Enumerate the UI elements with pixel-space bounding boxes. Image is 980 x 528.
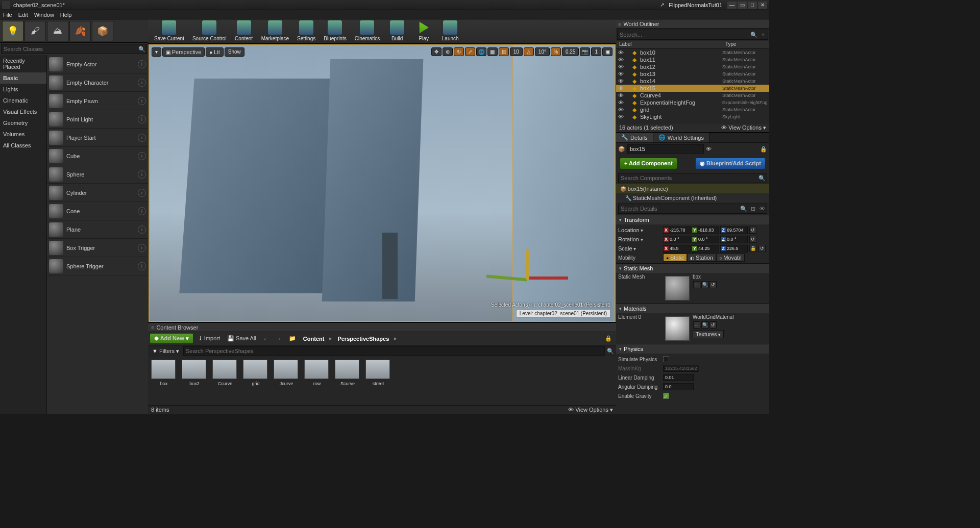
search-components-input[interactable] (619, 175, 757, 181)
place-actor-item[interactable]: Cylinderi (47, 184, 148, 202)
browse-asset-button[interactable]: 🔍 (701, 281, 708, 288)
tab-world-settings[interactable]: 🌐World Settings (653, 133, 709, 142)
asset-item[interactable]: Jcurve (274, 360, 299, 402)
actor-name-input[interactable] (627, 144, 704, 154)
window-minimize-button[interactable]: — (727, 2, 737, 9)
outliner-row[interactable]: 👁◆SkyLightSkyLight (616, 113, 769, 120)
place-actor-item[interactable]: Empty Actori (47, 55, 148, 73)
toolbar-blueprints-button[interactable]: Blueprints (320, 19, 350, 42)
filters-button[interactable]: ▼ Filters ▾ (150, 347, 181, 356)
folder-tree-button[interactable]: 📁 (287, 334, 298, 343)
info-icon[interactable]: i (138, 262, 146, 270)
window-restore-button[interactable]: ▭ (738, 2, 747, 9)
history-forward-button[interactable]: → (274, 335, 284, 343)
mobility-stationary-button[interactable]: ◐ Station (687, 254, 716, 262)
reset-asset-button[interactable]: ↺ (709, 281, 717, 288)
eye-icon[interactable]: 👁 (757, 206, 767, 212)
gizmo-x-axis[interactable] (527, 276, 568, 280)
search-details-input[interactable] (619, 206, 739, 212)
info-icon[interactable]: i (138, 115, 146, 123)
scale-z-input[interactable] (726, 246, 747, 251)
window-close-button[interactable]: ✕ (758, 2, 767, 9)
search-assets-input[interactable] (183, 346, 605, 356)
asset-item[interactable]: box2 (182, 360, 207, 402)
place-actor-item[interactable]: Empty Pawni (47, 92, 148, 110)
info-icon[interactable]: i (138, 97, 146, 105)
lock-button[interactable]: 🔒 (760, 146, 767, 153)
transform-translate-button[interactable]: ⊕ (443, 47, 453, 56)
mode-paint-button[interactable]: 🖌 (24, 21, 46, 41)
info-icon[interactable]: i (138, 170, 146, 179)
visibility-toggle[interactable]: 👁 (617, 92, 624, 98)
outliner-view-options[interactable]: 👁 View Options ▾ (721, 124, 766, 132)
browse-asset-button[interactable]: 🔍 (701, 321, 708, 329)
mode-foliage-button[interactable]: 🍂 (69, 21, 91, 41)
outliner-row[interactable]: 👁◆Ccurve4StaticMeshActor (616, 92, 769, 99)
browse-button[interactable]: 👁 (706, 146, 712, 152)
outliner-row[interactable]: 👁◆box14StaticMeshActor (616, 78, 769, 85)
menu-edit[interactable]: Edit (18, 12, 28, 18)
surface-snap-button[interactable]: ▦ (487, 47, 498, 56)
component-root[interactable]: 📦 box15(Instance) (616, 184, 769, 193)
toolbar-marketplace-button[interactable]: Marketplace (257, 19, 293, 42)
visibility-toggle[interactable]: 👁 (617, 107, 624, 113)
location-y-input[interactable] (697, 228, 719, 233)
grid-snap-value[interactable]: 10 (510, 47, 523, 56)
section-materials[interactable]: Materials (616, 304, 769, 313)
section-static-mesh[interactable]: Static Mesh (616, 264, 769, 273)
outliner-row[interactable]: 👁◆box13StaticMeshActor (616, 70, 769, 78)
grid-snap-toggle[interactable]: ⊞ (499, 47, 509, 56)
asset-item[interactable]: grid (243, 360, 268, 402)
asset-item[interactable]: row (304, 360, 330, 402)
info-icon[interactable]: i (138, 189, 146, 197)
toolbar-cinematics-button[interactable]: Cinematics (351, 19, 384, 42)
material-thumbnail[interactable] (665, 316, 690, 341)
place-actor-item[interactable]: Cubei (47, 147, 148, 165)
visibility-toggle[interactable]: 👁 (617, 49, 624, 56)
place-actor-item[interactable]: Empty Characteri (47, 73, 148, 92)
toolbar-source-control-button[interactable]: Source Control (188, 19, 231, 42)
linear-damping-input[interactable]: 0.01 (663, 374, 694, 381)
toolbar-save-current-button[interactable]: Save Current (150, 19, 188, 42)
outliner-col-label[interactable]: Label (616, 41, 723, 48)
menu-window[interactable]: Window (34, 12, 54, 18)
info-icon[interactable]: i (138, 225, 146, 234)
transform-select-button[interactable]: ✥ (431, 47, 442, 56)
reset-location-button[interactable]: ↺ (749, 227, 756, 234)
place-category-item[interactable]: Recently Placed (0, 55, 46, 72)
place-category-item[interactable]: Visual Effects (0, 106, 46, 117)
breadcrumb-content[interactable]: Content (301, 336, 327, 342)
visibility-toggle[interactable]: 👁 (617, 78, 624, 84)
visibility-toggle[interactable]: 👁 (617, 71, 624, 77)
angle-snap-value[interactable]: 10° (535, 47, 550, 56)
info-icon[interactable]: i (138, 79, 146, 87)
viewport-maximize-button[interactable]: ▣ (602, 47, 612, 56)
use-selected-button[interactable]: ← (693, 281, 700, 288)
viewport-lit-button[interactable]: ● Lit (206, 47, 223, 57)
rotation-z-input[interactable] (726, 237, 747, 242)
search-classes-input[interactable] (2, 46, 137, 52)
rotation-y-input[interactable] (697, 237, 719, 242)
transform-gizmo[interactable] (507, 244, 568, 280)
world-outliner-header[interactable]: ≡ World Outliner (616, 19, 769, 29)
mode-place-button[interactable]: 💡 (2, 21, 23, 41)
blueprint-edit-button[interactable]: ◉ Blueprint/Add Script (696, 158, 765, 169)
component-child[interactable]: 🔧 StaticMeshComponent (Inherited) (616, 193, 769, 203)
tab-details[interactable]: 🔧Details (616, 133, 653, 142)
add-new-button[interactable]: ⊕ Add New ▾ (150, 334, 193, 343)
menu-help[interactable]: Help (60, 12, 72, 18)
visibility-toggle[interactable]: 👁 (617, 85, 624, 91)
import-button[interactable]: ⤓ Import (196, 334, 222, 343)
outliner-col-type[interactable]: Type (723, 41, 769, 48)
outliner-row[interactable]: 👁◆box11StaticMeshActor (616, 56, 769, 63)
view-options-button[interactable]: 👁 View Options ▾ (568, 407, 613, 413)
material-value[interactable]: WorldGridMaterial (693, 314, 733, 320)
scale-lock-button[interactable]: 🔒 (749, 245, 756, 252)
place-actor-item[interactable]: Box Triggeri (47, 239, 148, 257)
section-transform[interactable]: Transform (616, 215, 769, 224)
info-icon[interactable]: i (138, 134, 146, 142)
outliner-row[interactable]: 👁◆box15StaticMeshActor (616, 85, 769, 92)
place-category-item[interactable]: Cinematic (0, 95, 46, 106)
section-physics[interactable]: Physics (616, 344, 769, 354)
toolbar-content-button[interactable]: Content (231, 19, 257, 42)
